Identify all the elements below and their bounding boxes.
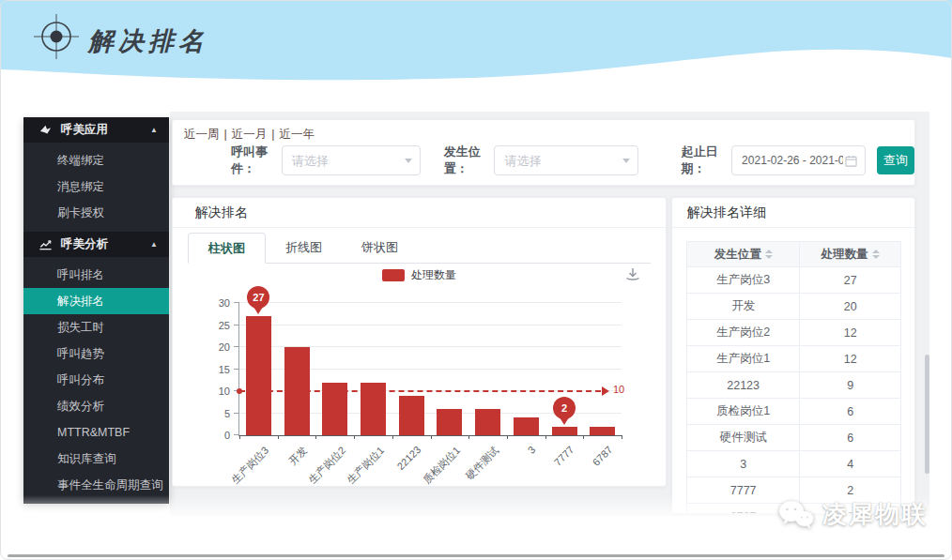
location-select[interactable]	[494, 145, 638, 175]
sidebar: 呼美应用▲终端绑定消息绑定刷卡授权呼美分析▲呼叫排名解决排名损失工时呼叫趋势呼叫…	[23, 117, 169, 504]
bar-chart-plot: 051015202530生产岗位3开发生产岗位2生产岗位122123质检岗位1硬…	[238, 303, 622, 436]
cell-count: 6	[800, 425, 900, 450]
crosshair-target-icon	[34, 14, 79, 59]
tab-饼状图[interactable]: 饼状图	[342, 233, 418, 263]
tab-折线图[interactable]: 折线图	[266, 233, 342, 263]
call-event-label: 呼叫事件：	[231, 144, 276, 177]
y-axis-tick	[234, 302, 239, 303]
separator: |	[224, 128, 227, 141]
sidebar-item[interactable]: 消息绑定	[23, 174, 169, 200]
detail-panel: 解决排名详细 发生位置 处理数量 生产岗位327开发20生产岗位212生产岗位1…	[671, 197, 915, 514]
column-header-label: 处理数量	[821, 247, 868, 263]
page-title: 解决排名	[88, 24, 208, 58]
location-select-input[interactable]	[502, 153, 619, 169]
x-axis-tick	[583, 435, 584, 439]
sidebar-item[interactable]: 终端绑定	[23, 147, 169, 174]
cell-location: 生产岗位3	[687, 267, 800, 293]
cell-count: 12	[800, 346, 900, 371]
x-axis-tick	[354, 435, 355, 439]
markline	[239, 390, 601, 392]
table-row[interactable]: 生产岗位112	[687, 346, 900, 372]
sidebar-item[interactable]: 损失工时	[23, 314, 169, 341]
date-range-picker[interactable]	[731, 145, 866, 175]
x-axis-tick	[545, 435, 546, 439]
cell-location: 开发	[687, 294, 800, 319]
x-axis-label: 3	[526, 444, 538, 456]
chevron-up-icon[interactable]: ▲	[150, 240, 158, 249]
bar[interactable]	[590, 427, 615, 435]
x-axis-label: 开发	[286, 444, 311, 468]
location-label: 发生位置：	[444, 144, 489, 177]
sidebar-item[interactable]: 解决排名	[23, 288, 169, 314]
scrollbar-thumb[interactable]	[925, 355, 929, 474]
table-row[interactable]: 34	[687, 451, 900, 477]
bar[interactable]	[437, 409, 462, 435]
app-window: 解决排名 呼美应用▲终端绑定消息绑定刷卡授权呼美分析▲呼叫排名解决排名损失工时呼…	[0, 0, 952, 560]
table-row[interactable]: 质检岗位16	[687, 399, 900, 425]
quick-range-link[interactable]: 近一周	[184, 128, 220, 141]
cell-count: 4	[800, 451, 900, 477]
table-row[interactable]: 221239	[687, 372, 900, 399]
chart-panel-title: 解决排名	[173, 198, 666, 228]
sort-icon[interactable]	[765, 250, 773, 259]
tab-柱状图[interactable]: 柱状图	[188, 233, 266, 264]
bar[interactable]	[399, 396, 424, 435]
cell-location: 22123	[687, 372, 800, 398]
calendar-icon	[845, 155, 857, 167]
sidebar-item[interactable]: 刷卡授权	[23, 200, 169, 226]
column-header-location[interactable]: 发生位置	[687, 242, 800, 266]
sidebar-section-header[interactable]: 呼美应用▲	[23, 117, 169, 143]
call-event-select[interactable]	[282, 145, 421, 175]
query-button[interactable]: 查询	[877, 146, 914, 174]
download-icon[interactable]	[624, 265, 641, 282]
sidebar-item[interactable]: 呼叫趋势	[23, 341, 169, 367]
y-axis-label: 25	[219, 320, 230, 331]
sidebar-section-items: 呼叫排名解决排名损失工时呼叫趋势呼叫分布绩效分析MTTR&MTBF知识库查询事件…	[23, 257, 169, 504]
app-icon	[38, 123, 53, 137]
cell-count: 20	[800, 294, 900, 319]
bar[interactable]	[475, 409, 500, 435]
markpoint-pin: 2	[553, 397, 576, 419]
table-row[interactable]: 生产岗位327	[687, 267, 900, 294]
sidebar-section-header[interactable]: 呼美分析▲	[23, 232, 169, 257]
sidebar-item[interactable]: 事件全生命周期查询	[23, 472, 169, 498]
sidebar-item[interactable]: MTTR&MTBF	[23, 419, 169, 446]
date-range-input[interactable]	[740, 153, 845, 168]
chevron-up-icon[interactable]: ▲	[150, 126, 158, 134]
x-axis-label: 质检岗位1	[420, 444, 463, 487]
wechat-icon	[777, 499, 815, 531]
sort-icon[interactable]	[872, 250, 880, 259]
legend-label: 处理数量	[411, 267, 456, 283]
sidebar-item[interactable]: 绩效分析	[23, 393, 169, 419]
chart-legend[interactable]: 处理数量	[173, 267, 666, 283]
sidebar-item[interactable]: 呼叫排名	[23, 262, 169, 288]
cell-location: 质检岗位1	[687, 399, 800, 424]
call-event-select-input[interactable]	[290, 153, 401, 169]
sidebar-section-label: 呼美分析	[61, 236, 108, 252]
table-row[interactable]: 开发20	[687, 294, 900, 320]
x-axis-label: 22123	[395, 444, 423, 472]
sidebar-section-label: 呼美应用	[61, 122, 108, 138]
table-row[interactable]: 硬件测试6	[687, 425, 900, 451]
y-axis-label: 5	[224, 408, 230, 419]
sidebar-item[interactable]: 呼叫分布	[23, 367, 169, 393]
bar[interactable]	[514, 417, 539, 435]
sidebar-section-items: 终端绑定消息绑定刷卡授权	[23, 143, 169, 232]
cell-count: 6	[800, 399, 900, 424]
table-row[interactable]: 生产岗位212	[687, 320, 900, 346]
column-header-label: 发生位置	[714, 247, 761, 263]
y-axis-tick	[234, 346, 239, 347]
y-axis-label: 15	[219, 364, 230, 375]
bar[interactable]	[246, 316, 271, 435]
quick-range-link[interactable]: 近一年	[280, 128, 315, 141]
quick-range-link[interactable]: 近一月	[232, 128, 268, 141]
chevron-down-icon	[622, 159, 630, 163]
chart-tabs: 柱状图折线图饼状图	[188, 233, 651, 264]
x-axis-label: 7777	[552, 444, 576, 468]
cell-location: 硬件测试	[687, 425, 800, 450]
y-axis-label: 10	[219, 386, 230, 397]
column-header-count[interactable]: 处理数量	[800, 242, 900, 266]
bar[interactable]	[552, 427, 577, 435]
sidebar-item[interactable]: 知识库查询	[23, 446, 169, 472]
x-axis-tick	[239, 435, 240, 439]
